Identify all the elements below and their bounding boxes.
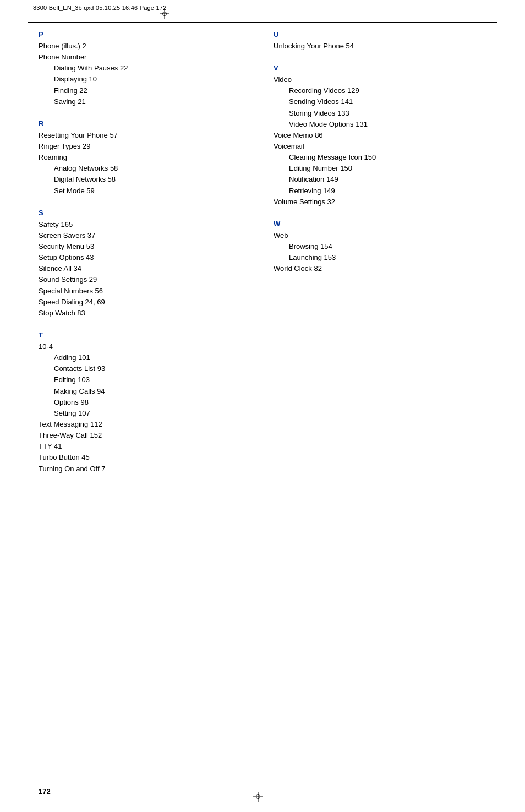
item-setting: Setting 107: [39, 408, 251, 419]
item-sending-videos: Sending Videos 141: [274, 96, 486, 107]
item-phone-illus: Phone (illus.) 2: [39, 41, 251, 52]
item-dialing-with-pauses: Dialing With Pauses 22: [39, 63, 251, 74]
item-saving: Saving 21: [39, 96, 251, 107]
registration-mark-bottom-left: [253, 792, 263, 803]
item-volume-settings: Volume Settings 32: [274, 197, 486, 208]
item-world-clock: World Clock 82: [274, 263, 486, 274]
item-roaming: Roaming: [39, 152, 251, 163]
item-unlocking: Unlocking Your Phone 54: [274, 41, 486, 52]
section-letter-t: T: [39, 331, 251, 339]
item-speed-dialing: Speed Dialing 24, 69: [39, 297, 251, 308]
item-notification: Notification 149: [274, 174, 486, 185]
section-r: R Resetting Your Phone 57 Ringer Types 2…: [39, 119, 251, 197]
section-letter-w: W: [274, 220, 486, 228]
item-resetting-phone: Resetting Your Phone 57: [39, 130, 251, 141]
item-screen-savers: Screen Savers 37: [39, 230, 251, 241]
item-turning-on-off: Turning On and Off 7: [39, 464, 251, 475]
item-safety: Safety 165: [39, 219, 251, 230]
item-three-way-call: Three-Way Call 152: [39, 430, 251, 441]
content-area: P Phone (illus.) 2 Phone Number Dialing …: [39, 30, 486, 776]
item-video-mode-options: Video Mode Options 131: [274, 119, 486, 130]
item-text-messaging: Text Messaging 112: [39, 419, 251, 430]
item-sound-settings: Sound Settings 29: [39, 274, 251, 285]
section-s: S Safety 165 Screen Savers 37 Security M…: [39, 209, 251, 319]
item-contacts-list: Contacts List 93: [39, 363, 251, 374]
item-displaying: Displaying 10: [39, 74, 251, 85]
section-letter-u: U: [274, 30, 486, 39]
section-u: U Unlocking Your Phone 54: [274, 30, 486, 52]
item-set-mode: Set Mode 59: [39, 186, 251, 197]
item-recording-videos: Recording Videos 129: [274, 85, 486, 96]
item-adding: Adding 101: [39, 352, 251, 363]
item-browsing: Browsing 154: [274, 241, 486, 252]
item-clearing-message-icon: Clearing Message Icon 150: [274, 152, 486, 163]
item-phone-number: Phone Number: [39, 52, 251, 63]
item-special-numbers: Special Numbers 56: [39, 286, 251, 297]
section-v: V Video Recording Videos 129 Sending Vid…: [274, 64, 486, 208]
item-editing-103: Editing 103: [39, 374, 251, 385]
item-retrieving: Retrieving 149: [274, 186, 486, 197]
item-launching: Launching 153: [274, 252, 486, 263]
item-options: Options 98: [39, 397, 251, 408]
item-security-menu: Security Menu 53: [39, 241, 251, 252]
section-letter-p: P: [39, 30, 251, 39]
registration-mark-top-left: [160, 9, 169, 20]
item-ringer-types: Ringer Types 29: [39, 141, 251, 152]
item-video: Video: [274, 74, 486, 85]
border-right: [497, 22, 497, 784]
section-t: T 10-4 Adding 101 Contacts List 93 Editi…: [39, 331, 251, 475]
item-digital-networks: Digital Networks 58: [39, 174, 251, 185]
item-voicemail: Voicemail: [274, 141, 486, 152]
page-number: 172: [39, 787, 51, 795]
section-p: P Phone (illus.) 2 Phone Number Dialing …: [39, 30, 251, 107]
item-stop-watch: Stop Watch 83: [39, 308, 251, 319]
item-turbo-button: Turbo Button 45: [39, 452, 251, 463]
page-container: 8300 Bell_EN_3b.qxd 05.10.25 16:46 Page …: [0, 0, 525, 812]
border-left: [28, 22, 28, 784]
section-letter-s: S: [39, 209, 251, 217]
section-letter-r: R: [39, 119, 251, 128]
section-letter-v: V: [274, 64, 486, 72]
item-10-4: 10-4: [39, 341, 251, 352]
item-finding: Finding 22: [39, 85, 251, 96]
border-top: [28, 22, 497, 23]
header-text: 8300 Bell_EN_3b.qxd 05.10.25 16:46 Page …: [33, 4, 167, 11]
header-bar: 8300 Bell_EN_3b.qxd 05.10.25 16:46 Page …: [33, 4, 492, 11]
item-web: Web: [274, 230, 486, 241]
border-bottom: [28, 784, 497, 784]
item-setup-options: Setup Options 43: [39, 252, 251, 263]
right-column: U Unlocking Your Phone 54 V Video Record…: [262, 30, 486, 776]
item-making-calls: Making Calls 94: [39, 386, 251, 397]
item-voice-memo: Voice Memo 86: [274, 130, 486, 141]
item-storing-videos: Storing Videos 133: [274, 108, 486, 119]
section-w: W Web Browsing 154 Launching 153 World C…: [274, 220, 486, 275]
item-analog-networks: Analog Networks 58: [39, 163, 251, 174]
item-editing-number: Editing Number 150: [274, 163, 486, 174]
item-tty: TTY 41: [39, 441, 251, 452]
item-silence-all: Silence All 34: [39, 263, 251, 274]
left-column: P Phone (illus.) 2 Phone Number Dialing …: [39, 30, 262, 776]
